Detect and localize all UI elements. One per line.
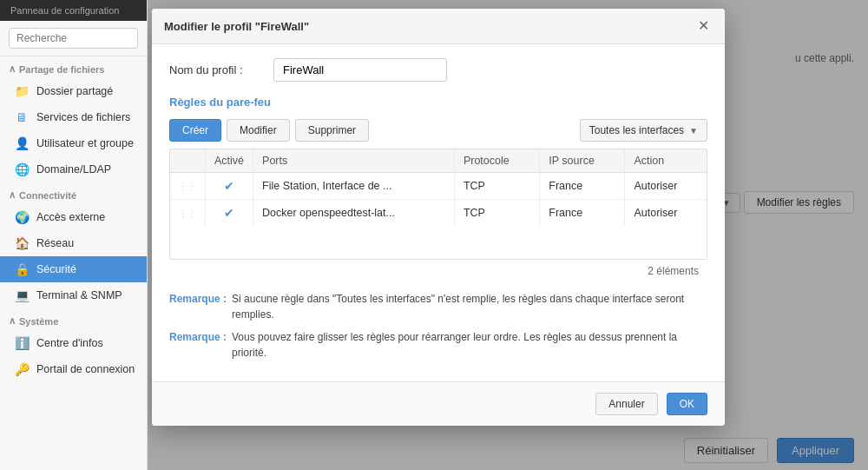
portal-icon: 🔑 bbox=[14, 361, 30, 377]
terminal-icon: 💻 bbox=[14, 288, 30, 303]
protocol-cell: TCP bbox=[454, 173, 539, 200]
remarks-section: Remarque : Si aucune règle dans "Toutes … bbox=[169, 291, 707, 367]
remark-1-label: Remarque : bbox=[169, 291, 227, 322]
section-systeme: ∧ Système bbox=[0, 308, 147, 330]
remark-1-text: Si aucune règle dans "Toutes les interfa… bbox=[232, 291, 707, 322]
table-header-row: Activé Ports Protocole IP source bbox=[170, 149, 707, 173]
profile-name-row: Nom du profil : bbox=[169, 58, 707, 82]
rules-table-container: Activé Ports Protocole IP source bbox=[169, 149, 707, 260]
dialog-close-button[interactable]: ✕ bbox=[694, 17, 713, 35]
ports-cell: File Station, Interface de ... bbox=[253, 173, 455, 200]
drag-handle-icon[interactable]: ⋮⋮ bbox=[179, 209, 196, 218]
main-content: u cette appli. ▼ Modifier les règles Mod… bbox=[148, 0, 868, 470]
delete-button[interactable]: Supprimer bbox=[295, 119, 369, 142]
drag-handle-icon[interactable]: ⋮⋮ bbox=[179, 182, 196, 191]
sidebar-item-portail-connexion[interactable]: 🔑 Portail de connexion bbox=[0, 356, 147, 382]
checkbox-checked-icon: ✔ bbox=[224, 206, 234, 220]
network-icon: 🏠 bbox=[14, 235, 30, 251]
action-cell: Autoriser bbox=[625, 173, 707, 200]
activated-cell[interactable]: ✔ bbox=[206, 173, 253, 200]
th-activated: Activé bbox=[206, 149, 253, 173]
domain-icon: 🌐 bbox=[14, 162, 30, 177]
dialog-titlebar: Modifier le profil "FireWall" ✕ bbox=[152, 9, 725, 44]
rules-table: Activé Ports Protocole IP source bbox=[170, 149, 707, 226]
profile-name-label: Nom du profil : bbox=[169, 63, 265, 76]
action-cell: Autoriser bbox=[625, 200, 707, 227]
sidebar-item-securite[interactable]: 🔒 Sécurité bbox=[0, 256, 147, 282]
modify-button[interactable]: Modifier bbox=[227, 119, 290, 142]
dialog-overlay: Modifier le profil "FireWall" ✕ Nom du p… bbox=[148, 0, 868, 470]
sidebar-item-terminal-snmp[interactable]: 💻 Terminal & SNMP bbox=[0, 282, 147, 308]
sidebar-item-reseau[interactable]: 🏠 Réseau bbox=[0, 230, 147, 256]
th-ports: Ports bbox=[253, 149, 455, 173]
activated-cell[interactable]: ✔ bbox=[206, 200, 253, 227]
firewall-section-title: Règles du pare-feu bbox=[169, 96, 707, 109]
drag-cell: ⋮⋮ bbox=[170, 173, 206, 200]
ok-button[interactable]: OK bbox=[667, 393, 707, 415]
sidebar-item-domaine-ldap[interactable]: 🌐 Domaine/LDAP bbox=[0, 156, 147, 182]
folder-icon: 📁 bbox=[14, 83, 30, 99]
remark-1: Remarque : Si aucune règle dans "Toutes … bbox=[169, 291, 707, 322]
create-button[interactable]: Créer bbox=[169, 119, 221, 142]
external-access-icon: 🌍 bbox=[14, 209, 30, 225]
app-title-bar: Panneau de configuration bbox=[0, 0, 147, 21]
remark-2: Remarque : Vous pouvez faire glisser les… bbox=[169, 329, 707, 361]
checkbox-checked-icon: ✔ bbox=[224, 179, 234, 193]
info-icon: ℹ️ bbox=[14, 335, 30, 351]
security-icon: 🔒 bbox=[14, 261, 30, 277]
th-protocol: Protocole bbox=[454, 149, 539, 173]
sidebar-item-centre-infos[interactable]: ℹ️ Centre d'infos bbox=[0, 330, 147, 356]
services-icon: 🖥 bbox=[14, 109, 30, 125]
section-connectivite: ∧ Connectivité bbox=[0, 182, 147, 204]
user-icon: 👤 bbox=[14, 136, 30, 151]
sidebar-item-acces-externe[interactable]: 🌍 Accès externe bbox=[0, 204, 147, 230]
firewall-toolbar: Créer Modifier Supprimer Toutes les inte… bbox=[169, 119, 707, 142]
dialog-body: Nom du profil : Règles du pare-feu Créer… bbox=[152, 44, 725, 381]
cancel-button[interactable]: Annuler bbox=[595, 393, 657, 415]
dialog-footer: Annuler OK bbox=[152, 381, 725, 426]
th-action: Action bbox=[625, 149, 707, 173]
ports-cell: Docker openspeedtest-lat... bbox=[253, 200, 455, 227]
search-input[interactable] bbox=[9, 28, 138, 49]
edit-profile-dialog: Modifier le profil "FireWall" ✕ Nom du p… bbox=[152, 9, 725, 426]
remark-2-label: Remarque : bbox=[169, 329, 227, 361]
drag-cell: ⋮⋮ bbox=[170, 200, 206, 227]
sidebar-item-dossier-partage[interactable]: 📁 Dossier partagé bbox=[0, 78, 147, 104]
profile-name-input[interactable] bbox=[273, 58, 447, 82]
th-drag bbox=[170, 149, 206, 173]
sidebar-item-utilisateur-groupe[interactable]: 👤 Utilisateur et groupe bbox=[0, 130, 147, 156]
interfaces-dropdown[interactable]: Toutes les interfaces ▼ bbox=[580, 119, 707, 142]
protocol-cell: TCP bbox=[454, 200, 539, 227]
source-ip-cell: France bbox=[540, 173, 625, 200]
table-row[interactable]: ⋮⋮ ✔ File Station, Interface de ... TCP … bbox=[170, 173, 707, 200]
section-partage: ∧ Partage de fichiers bbox=[0, 56, 147, 78]
app-title: Panneau de configuration bbox=[10, 5, 119, 16]
interfaces-dropdown-container: Toutes les interfaces ▼ bbox=[580, 119, 707, 142]
dropdown-chevron-icon: ▼ bbox=[689, 126, 698, 136]
dialog-title: Modifier le profil "FireWall" bbox=[164, 20, 309, 33]
elements-count: 2 éléments bbox=[169, 260, 707, 282]
table-row[interactable]: ⋮⋮ ✔ Docker openspeedtest-lat... TCP Fra… bbox=[170, 200, 707, 227]
sidebar: Panneau de configuration ∧ Partage de fi… bbox=[0, 0, 148, 470]
remark-2-text: Vous pouvez faire glisser les règles pou… bbox=[232, 329, 707, 361]
th-source-ip: IP source bbox=[540, 149, 625, 173]
source-ip-cell: France bbox=[540, 200, 625, 227]
search-container bbox=[0, 21, 147, 56]
sidebar-item-services-fichiers[interactable]: 🖥 Services de fichiers bbox=[0, 104, 147, 130]
